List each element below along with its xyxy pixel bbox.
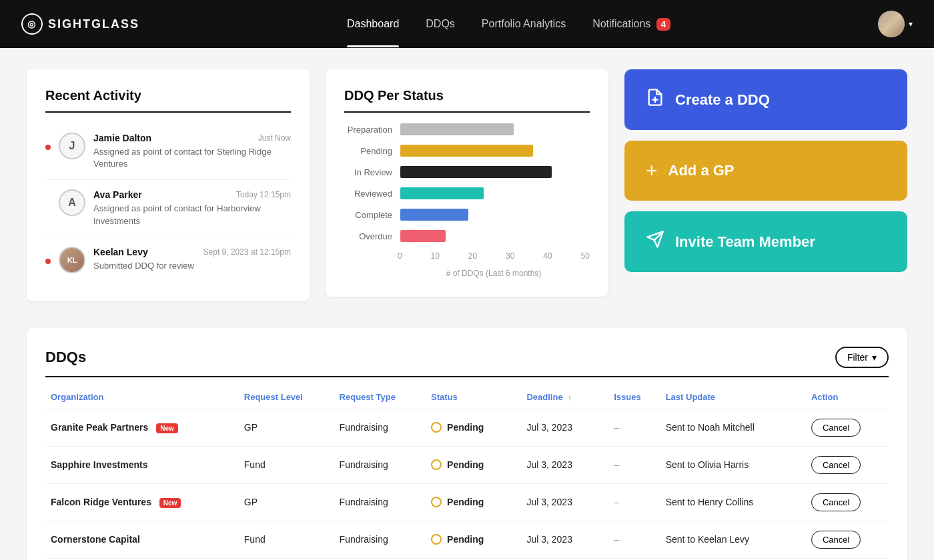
activity-avatar-2: KL bbox=[59, 247, 85, 273]
activity-dot-2 bbox=[45, 259, 51, 264]
cell-action-2: Cancel bbox=[806, 483, 889, 521]
chart-bar-container-5 bbox=[400, 230, 590, 242]
new-badge: New bbox=[156, 423, 178, 433]
chevron-down-icon: ▾ bbox=[872, 352, 877, 363]
cell-action-0: Cancel bbox=[806, 409, 889, 446]
nav-ddqs[interactable]: DDQs bbox=[426, 15, 455, 33]
cell-update-0: Sent to Noah Mitchell bbox=[660, 409, 806, 446]
x-tick-2: 20 bbox=[468, 251, 477, 261]
nav-menu: Dashboard DDQs Portfolio Analytics Notif… bbox=[171, 15, 846, 33]
add-gp-button[interactable]: + Add a GP bbox=[624, 141, 907, 201]
cancel-button[interactable]: Cancel bbox=[811, 419, 861, 437]
activity-time-2: Sept 9, 2023 at 12:15pm bbox=[203, 247, 291, 257]
nav-dashboard[interactable]: Dashboard bbox=[347, 15, 399, 33]
ddq-section: DDQs Filter ▾ Organization Request Level… bbox=[27, 328, 907, 560]
navbar: ◎ SIGHTGLASS Dashboard DDQs Portfolio An… bbox=[0, 0, 934, 48]
chart-label-0: Preparation bbox=[344, 125, 392, 135]
recent-activity-title: Recent Activity bbox=[45, 88, 291, 113]
col-type[interactable]: Request Type bbox=[334, 385, 426, 409]
add-gp-label: Add a GP bbox=[668, 162, 735, 179]
invite-team-member-button[interactable]: Invite Team Member bbox=[624, 211, 907, 272]
activity-time-0: Just Now bbox=[258, 133, 291, 143]
activity-body-2: Keelan Levy Sept 9, 2023 at 12:15pm Subm… bbox=[93, 247, 291, 272]
activity-header-1: Ava Parker Today 12:15pm bbox=[93, 189, 291, 200]
chart-bar-container-1 bbox=[400, 145, 590, 157]
table-row: Cornerstone Capital Fund Fundraising Pen… bbox=[45, 521, 889, 558]
status-dot bbox=[431, 422, 442, 433]
col-issues[interactable]: Issues bbox=[608, 385, 660, 409]
chart-bar-1 bbox=[400, 145, 533, 157]
col-last-update[interactable]: Last Update bbox=[660, 385, 806, 409]
add-gp-icon: + bbox=[646, 159, 658, 182]
chart-bar-container-4 bbox=[400, 209, 590, 221]
cell-org-2: Falcon Ridge Ventures New bbox=[45, 483, 239, 521]
chart-row-2: In Review bbox=[344, 166, 590, 178]
ddq-header: DDQs Filter ▾ bbox=[45, 347, 889, 377]
chart-bar-container-0 bbox=[400, 123, 590, 135]
cell-type-1: Fundraising bbox=[334, 446, 426, 483]
chart-row-5: Overdue bbox=[344, 230, 590, 242]
cell-update-2: Sent to Henry Collins bbox=[660, 483, 806, 521]
cell-action-3: Cancel bbox=[806, 521, 889, 558]
create-ddq-button[interactable]: Create a DDQ bbox=[624, 69, 907, 130]
cell-issues-2: – bbox=[608, 483, 660, 521]
chart-row-3: Reviewed bbox=[344, 187, 590, 199]
recent-activity-card: Recent Activity J Jamie Dalton Just Now … bbox=[27, 69, 310, 301]
cell-org-0: Granite Peak Partners New bbox=[45, 409, 239, 446]
col-org[interactable]: Organization bbox=[45, 385, 239, 409]
activity-list: J Jamie Dalton Just Now Assigned as poin… bbox=[45, 123, 291, 283]
chart-label-4: Complete bbox=[344, 210, 392, 220]
cancel-button[interactable]: Cancel bbox=[811, 456, 861, 474]
activity-body-0: Jamie Dalton Just Now Assigned as point … bbox=[93, 133, 291, 170]
chart-bar-3 bbox=[400, 187, 484, 199]
activity-desc-1: Assigned as point of contact for Harborv… bbox=[93, 203, 291, 227]
chart-row-4: Complete bbox=[344, 209, 590, 221]
chart-bars: Preparation Pending In Review bbox=[344, 123, 590, 242]
logo-text: SIGHTGLASS bbox=[48, 17, 139, 31]
x-tick-0: 0 bbox=[398, 251, 402, 261]
top-row: Recent Activity J Jamie Dalton Just Now … bbox=[27, 69, 907, 301]
chart-bar-5 bbox=[400, 230, 446, 242]
col-deadline[interactable]: Deadline ↑ bbox=[521, 385, 608, 409]
chart-x-labels: 0 10 20 30 40 50 bbox=[344, 251, 590, 261]
avatar bbox=[878, 11, 905, 37]
x-tick-5: 50 bbox=[581, 251, 590, 261]
x-tick-3: 30 bbox=[506, 251, 514, 261]
activity-avatar-1: A bbox=[59, 189, 85, 216]
chart-bar-4 bbox=[400, 209, 468, 221]
invite-icon bbox=[646, 230, 664, 253]
filter-button[interactable]: Filter ▾ bbox=[835, 347, 889, 368]
col-action[interactable]: Action bbox=[806, 385, 889, 409]
cell-status-3: Pending bbox=[426, 521, 521, 558]
logo-icon: ◎ bbox=[21, 13, 43, 35]
cancel-button[interactable]: Cancel bbox=[811, 493, 861, 511]
status-dot bbox=[431, 497, 442, 507]
status-dot bbox=[431, 459, 442, 470]
chart-label-5: Overdue bbox=[344, 231, 392, 241]
nav-notifications[interactable]: Notifications 4 bbox=[592, 15, 670, 33]
x-tick-4: 40 bbox=[543, 251, 552, 261]
cell-status-2: Pending bbox=[426, 483, 521, 521]
chart-bar-2 bbox=[400, 166, 552, 178]
chart-bar-container-3 bbox=[400, 187, 590, 199]
logo[interactable]: ◎ SIGHTGLASS bbox=[21, 13, 139, 35]
user-avatar-container[interactable]: ▾ bbox=[878, 11, 913, 37]
activity-name-2: Keelan Levy bbox=[93, 247, 148, 257]
nav-portfolio-analytics[interactable]: Portfolio Analytics bbox=[482, 15, 566, 33]
cell-action-1: Cancel bbox=[806, 446, 889, 483]
col-level[interactable]: Request Level bbox=[239, 385, 334, 409]
activity-header-0: Jamie Dalton Just Now bbox=[93, 133, 291, 143]
cell-type-2: Fundraising bbox=[334, 483, 426, 521]
cell-type-0: Fundraising bbox=[334, 409, 426, 446]
chart-label-2: In Review bbox=[344, 167, 392, 177]
ddq-title: DDQs bbox=[45, 349, 86, 366]
col-status[interactable]: Status bbox=[426, 385, 521, 409]
activity-desc-0: Assigned as point of contact for Sterlin… bbox=[93, 146, 291, 170]
activity-item: A Ava Parker Today 12:15pm Assigned as p… bbox=[45, 180, 291, 237]
cancel-button[interactable]: Cancel bbox=[811, 531, 861, 549]
chart-row-0: Preparation bbox=[344, 123, 590, 135]
navbar-right: ▾ bbox=[878, 11, 913, 37]
cell-status-1: Pending bbox=[426, 446, 521, 483]
activity-avatar-0: J bbox=[59, 133, 85, 159]
activity-dot-0 bbox=[45, 145, 51, 150]
